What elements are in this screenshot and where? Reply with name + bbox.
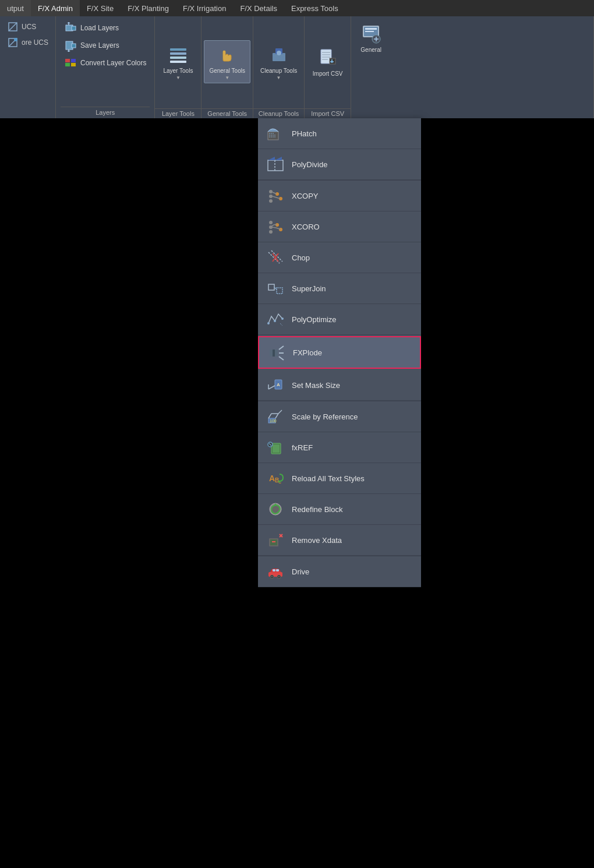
svg-point-68 <box>274 320 276 322</box>
setmasksize-icon: A <box>266 376 285 394</box>
svg-rect-16 <box>71 63 76 66</box>
layer-tools-dropdown-arrow: ▼ <box>176 75 181 80</box>
dropdown-item-chop[interactable]: Chop <box>258 242 421 273</box>
drive-icon <box>266 562 285 581</box>
general-tools-icon <box>215 43 239 66</box>
removexdata-icon <box>266 531 285 549</box>
svg-point-48 <box>269 190 273 193</box>
svg-rect-35 <box>365 28 377 30</box>
svg-rect-20 <box>170 61 186 63</box>
svg-line-73 <box>279 346 284 350</box>
redefineblock-icon <box>266 500 285 518</box>
dropdown-item-drive[interactable]: Drive <box>258 556 421 587</box>
convert-layer-colors-button[interactable]: Convert Layer Colors <box>61 55 150 71</box>
layers-group: Load Layers Save Layers <box>56 16 155 118</box>
dropdown-item-xcopy[interactable]: XCOPY <box>258 181 421 211</box>
ore-ucs-button[interactable]: ore UCS <box>5 36 51 50</box>
load-layers-icon <box>64 22 77 34</box>
svg-line-82 <box>268 414 271 418</box>
ucs-group: UCS ore UCS <box>0 16 56 118</box>
svg-rect-26 <box>322 52 330 53</box>
menu-item-fxirrigation[interactable]: F/X Irrigation <box>176 0 233 16</box>
svg-rect-103 <box>273 569 275 571</box>
svg-rect-65 <box>277 288 282 294</box>
save-layers-button[interactable]: Save Layers <box>61 37 150 54</box>
menu-item-fxadmin[interactable]: F/X Admin <box>31 0 80 16</box>
svg-rect-28 <box>322 57 330 58</box>
svg-rect-87 <box>273 444 280 453</box>
svg-marker-7 <box>67 22 70 23</box>
dropdown-item-polydivide[interactable]: PolyDivide <box>258 149 421 180</box>
svg-text:A: A <box>269 474 275 483</box>
dropdown-item-scalereference[interactable]: 100 Scale by Reference <box>258 401 421 432</box>
svg-rect-40 <box>268 132 278 140</box>
drive-label: Drive <box>292 567 309 576</box>
menu-item-fxsite[interactable]: F/X Site <box>80 0 121 16</box>
svg-rect-19 <box>170 57 186 59</box>
dropdown-item-phatch[interactable]: PHatch <box>258 118 421 149</box>
dropdown-item-polyoptimize[interactable]: PolyOptimize <box>258 304 421 335</box>
fxref-icon <box>266 438 285 457</box>
menu-item-fxplanting[interactable]: F/X Planting <box>121 0 176 16</box>
ucs-button[interactable]: UCS <box>5 20 51 34</box>
polyoptimize-label: PolyOptimize <box>292 315 337 324</box>
polyoptimize-icon <box>266 310 285 329</box>
svg-rect-44 <box>268 160 283 171</box>
dropdown-item-fxref[interactable]: fxREF <box>258 432 421 463</box>
dropdown-item-removexdata[interactable]: Remove Xdata <box>258 525 421 556</box>
svg-rect-10 <box>72 44 76 48</box>
svg-line-78 <box>268 386 275 389</box>
scalereference-label: Scale by Reference <box>292 412 358 421</box>
xcopy-icon <box>266 186 285 205</box>
black-area-right <box>421 118 594 868</box>
dropdown-item-reloadtextstyles[interactable]: A B C Reload All Text Styles <box>258 463 421 494</box>
svg-line-85 <box>278 410 282 414</box>
dropdown-item-superjoin[interactable]: SuperJoin <box>258 273 421 304</box>
xcoro-icon <box>266 217 285 236</box>
import-csv-section: Import CSV Import CSV <box>305 16 351 118</box>
dropdown-item-xcoro[interactable]: XCORO <box>258 211 421 242</box>
svg-point-107 <box>271 576 273 577</box>
general-section: General <box>351 16 594 118</box>
svg-point-69 <box>281 317 284 320</box>
general-tools-label: General Tools <box>201 108 253 118</box>
general-button[interactable]: General <box>353 20 388 55</box>
svg-rect-29 <box>322 59 328 60</box>
svg-rect-64 <box>268 284 274 290</box>
layer-tools-button[interactable]: Layer Tools ▼ <box>158 41 197 83</box>
fxref-label: fxREF <box>292 443 313 452</box>
layers-group-label: Layers <box>61 107 150 118</box>
menu-item-expresstools[interactable]: Express Tools <box>284 0 345 16</box>
menu-item-fxdetails[interactable]: F/X Details <box>233 0 284 16</box>
general-tools-dropdown: PHatch PolyDivide XCO <box>258 118 421 587</box>
svg-rect-18 <box>170 52 186 55</box>
save-layers-icon <box>64 39 77 52</box>
import-csv-button[interactable]: Import CSV <box>308 44 348 79</box>
dropdown-item-redefineblock[interactable]: Redefine Block <box>258 494 421 525</box>
svg-marker-47 <box>275 157 282 160</box>
layer-tools-label: Layer Tools <box>155 108 201 118</box>
redefineblock-label: Redefine Block <box>292 505 342 514</box>
svg-rect-15 <box>71 59 76 62</box>
ribbon: UCS ore UCS Load <box>0 16 594 118</box>
general-tools-button[interactable]: General Tools ▼ <box>204 40 250 83</box>
removexdata-label: Remove Xdata <box>292 536 342 545</box>
polydivide-label: PolyDivide <box>292 160 327 169</box>
cleanup-tools-icon <box>267 43 291 66</box>
dropdown-item-fxplode[interactable]: FXPlode <box>258 336 421 369</box>
dropdown-item-setmasksize[interactable]: A Set Mask Size <box>258 370 421 401</box>
svg-rect-27 <box>322 54 330 55</box>
fxplode-label: FXPlode <box>293 348 322 357</box>
svg-line-75 <box>279 357 284 360</box>
superjoin-icon <box>266 279 285 298</box>
menu-item-output[interactable]: utput <box>0 0 31 16</box>
reloadtextstyles-icon: A B C <box>266 469 285 488</box>
load-layers-button[interactable]: Load Layers <box>61 20 150 36</box>
ore-ucs-icon <box>7 37 19 48</box>
svg-point-57 <box>269 230 273 234</box>
setmasksize-label: Set Mask Size <box>292 381 340 390</box>
svg-rect-17 <box>170 48 186 51</box>
cleanup-tools-dropdown-arrow: ▼ <box>277 75 281 80</box>
cleanup-tools-button[interactable]: Cleanup Tools ▼ <box>256 41 302 83</box>
svg-point-108 <box>278 576 280 577</box>
